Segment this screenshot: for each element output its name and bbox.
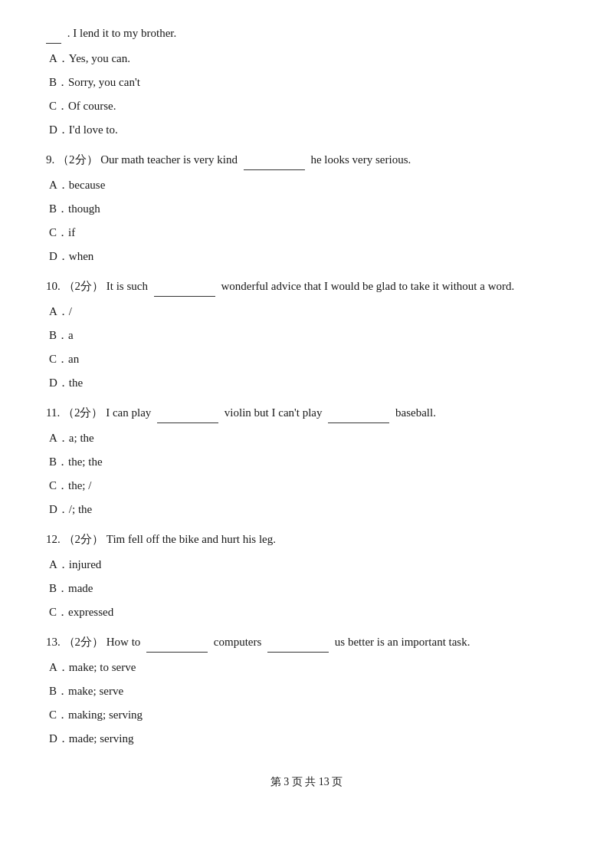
q9-blank	[244, 169, 305, 170]
q12-text-before: Tim fell off the bike and hurt his leg.	[107, 533, 276, 545]
option-intro-a: A．Yes, you can.	[46, 48, 567, 69]
q9-option-c: C．if	[46, 222, 567, 243]
q9-option-a: A．because	[46, 175, 567, 196]
q10-text-before: It is such	[107, 280, 148, 292]
q10-blank	[154, 296, 215, 297]
q12-option-b: B．made	[46, 578, 567, 599]
q11-number: 11.	[46, 406, 60, 419]
text: though	[68, 202, 100, 215]
text: made; serving	[69, 732, 134, 745]
q13-option-c: C．making; serving	[46, 705, 567, 725]
option-label: B．	[49, 76, 68, 88]
q11-text-after: baseball.	[395, 406, 436, 419]
text: a	[68, 329, 74, 341]
text: injured	[69, 558, 102, 570]
q10-option-b: B．a	[46, 325, 567, 346]
footer-text: 第 3 页 共 13 页	[270, 776, 343, 787]
question-11: 11. （2分） I can play violin but I can't p…	[46, 403, 567, 423]
option-text: Yes, you can.	[69, 52, 130, 64]
q10-option-d: D．the	[46, 373, 567, 393]
q13-option-d: D．made; serving	[46, 728, 567, 749]
label: D．	[49, 250, 69, 262]
q13-text-after: us better is an important task.	[335, 636, 470, 648]
q10-option-a: A．/	[46, 301, 567, 322]
q10-number: 10.	[46, 280, 61, 292]
q13-option-b: B．make; serve	[46, 681, 567, 702]
option-intro-d: D．I'd love to.	[46, 120, 567, 140]
q12-number: 12.	[46, 533, 61, 545]
q11-option-a: A．a; the	[46, 428, 567, 449]
question-13: 13. （2分） How to computers us better is a…	[46, 632, 567, 653]
text: make; serve	[68, 685, 123, 697]
text: expressed	[68, 606, 113, 618]
q13-option-a: A．make; to serve	[46, 657, 567, 678]
text: the; the	[68, 455, 103, 468]
label: C．	[49, 353, 68, 365]
q13-number: 13.	[46, 636, 61, 648]
label: A．	[49, 558, 69, 570]
q10-text-after: wonderful advice that I would be glad to…	[221, 280, 514, 292]
text: when	[69, 250, 94, 262]
text: making; serving	[68, 709, 143, 721]
label: A．	[49, 661, 69, 673]
q9-option-d: D．when	[46, 246, 567, 267]
option-label: D．	[49, 123, 69, 136]
label: D．	[49, 376, 69, 389]
text: made	[68, 582, 93, 594]
q9-option-b: B．though	[46, 199, 567, 219]
label: B．	[49, 202, 68, 215]
question-12: 12. （2分） Tim fell off the bike and hurt …	[46, 529, 567, 550]
q13-blank1	[146, 652, 208, 653]
label: B．	[49, 329, 68, 341]
label: A．	[49, 179, 69, 191]
intro-text: . I lend it to my brother.	[67, 27, 176, 39]
q11-score: （2分）	[63, 406, 103, 419]
label: C．	[49, 479, 68, 492]
q9-options: A．because B．though C．if D．when	[46, 175, 567, 267]
label: B．	[49, 685, 68, 697]
q11-option-d: D．/; the	[46, 499, 567, 520]
option-intro-c: C．Of course.	[46, 96, 567, 117]
text: make; to serve	[69, 661, 136, 673]
label: A．	[49, 432, 69, 444]
text: an	[68, 353, 79, 365]
option-label: A．	[49, 52, 69, 64]
question-10: 10. （2分） It is such wonderful advice tha…	[46, 276, 567, 297]
label: A．	[49, 305, 69, 317]
dash-blank	[46, 43, 61, 44]
intro-options: A．Yes, you can. B．Sorry, you can't C．Of …	[46, 48, 567, 140]
label: C．	[49, 606, 68, 618]
q10-option-c: C．an	[46, 349, 567, 370]
q11-text-mid: violin but I can't play	[225, 406, 323, 419]
q13-score: （2分）	[64, 636, 104, 648]
q9-number: 9.	[46, 153, 54, 166]
label: B．	[49, 455, 68, 468]
q13-options: A．make; to serve B．make; serve C．making;…	[46, 657, 567, 749]
text: the; /	[68, 479, 91, 492]
q10-score: （2分）	[64, 280, 104, 292]
q9-text-after: he looks very serious.	[310, 153, 411, 166]
option-text: Of course.	[68, 100, 116, 112]
q11-options: A．a; the B．the; the C．the; / D．/; the	[46, 428, 567, 520]
q12-options: A．injured B．made C．expressed	[46, 554, 567, 623]
text: a; the	[69, 432, 94, 444]
q13-text-mid: computers	[214, 636, 261, 648]
label: C．	[49, 226, 68, 238]
option-intro-b: B．Sorry, you can't	[46, 72, 567, 93]
q9-text-before: Our math teacher is very kind	[100, 153, 238, 166]
option-text: Sorry, you can't	[68, 76, 140, 88]
text: because	[69, 179, 105, 191]
q12-option-c: C．expressed	[46, 602, 567, 623]
q11-option-b: B．the; the	[46, 452, 567, 472]
text: the	[69, 376, 83, 389]
q12-score: （2分）	[64, 533, 104, 545]
label: D．	[49, 732, 69, 745]
q13-blank2	[267, 652, 329, 653]
option-label: C．	[49, 100, 68, 112]
q13-text-before: How to	[107, 636, 141, 648]
q11-blank1	[157, 422, 218, 423]
q12-option-a: A．injured	[46, 554, 567, 575]
q10-options: A．/ B．a C．an D．the	[46, 301, 567, 393]
q11-text-before: I can play	[106, 406, 151, 419]
text: if	[68, 226, 75, 238]
